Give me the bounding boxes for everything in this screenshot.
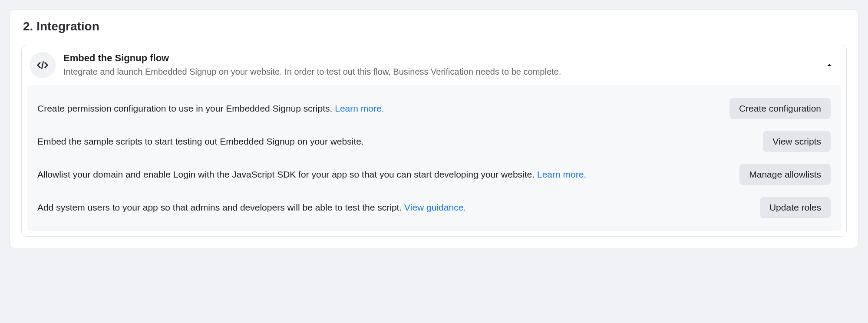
- row-create-configuration: Create permission configuration to use i…: [37, 96, 831, 125]
- panel-body: Create permission configuration to use i…: [27, 85, 841, 231]
- manage-allowlists-button[interactable]: Manage allowlists: [739, 164, 831, 185]
- row-text-content: Embed the sample scripts to start testin…: [37, 136, 364, 146]
- learn-more-link[interactable]: Learn more.: [335, 103, 384, 113]
- code-icon-svg: [36, 59, 49, 72]
- learn-more-link[interactable]: Learn more.: [537, 169, 586, 179]
- row-text: Add system users to your app so that adm…: [37, 201, 743, 214]
- panel-header-text: Embed the Signup flow Integrate and laun…: [63, 53, 817, 78]
- section-number: 2.: [23, 20, 33, 33]
- panel-header[interactable]: Embed the Signup flow Integrate and laun…: [22, 45, 846, 85]
- create-configuration-button[interactable]: Create configuration: [729, 98, 831, 119]
- panel-description: Integrate and launch Embedded Signup on …: [63, 66, 817, 78]
- row-view-scripts: Embed the sample scripts to start testin…: [37, 125, 831, 158]
- row-text: Create permission configuration to use i…: [37, 102, 712, 115]
- svg-line-0: [42, 61, 43, 69]
- row-manage-allowlists: Allowlist your domain and enable Login w…: [37, 158, 831, 191]
- row-text-content: Allowlist your domain and enable Login w…: [37, 169, 537, 179]
- row-text-content: Create permission configuration to use i…: [37, 103, 335, 113]
- view-scripts-button[interactable]: View scripts: [763, 131, 831, 152]
- chevron-up-icon[interactable]: [825, 60, 836, 70]
- view-guidance-link[interactable]: View guidance.: [404, 202, 466, 212]
- row-update-roles: Add system users to your app so that adm…: [37, 191, 831, 221]
- panel-title: Embed the Signup flow: [63, 53, 817, 64]
- row-text: Embed the sample scripts to start testin…: [37, 135, 746, 148]
- section-title-text: Integration: [36, 20, 99, 33]
- row-text: Allowlist your domain and enable Login w…: [37, 168, 722, 181]
- signup-panel: Embed the Signup flow Integrate and laun…: [21, 45, 847, 237]
- integration-card: 2. Integration Embed the Signup flow Int…: [10, 10, 858, 248]
- code-icon: [30, 52, 56, 78]
- update-roles-button[interactable]: Update roles: [760, 197, 831, 218]
- section-title: 2. Integration: [21, 20, 847, 33]
- row-text-content: Add system users to your app so that adm…: [37, 202, 404, 212]
